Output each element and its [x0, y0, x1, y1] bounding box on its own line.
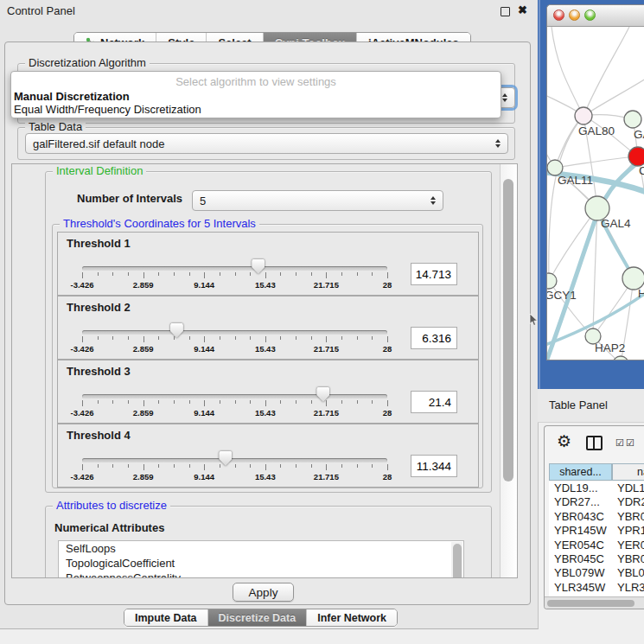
tab-impute-data[interactable]: Impute Data: [124, 609, 207, 626]
interval-definition-group: Interval Definition Number of Intervals …: [45, 171, 492, 493]
tick-label: 2.859: [133, 472, 154, 481]
tick-mark: [143, 336, 144, 342]
tick-mark: [204, 400, 205, 406]
tick-mark: [220, 336, 220, 340]
split-view-icon[interactable]: [586, 436, 603, 450]
tick-label: 9.144: [194, 408, 214, 418]
numerical-attributes-list[interactable]: SelfLoopsTopologicalCoefficientBetweenne…: [58, 540, 464, 578]
table-data-select[interactable]: galFiltered.sif default node: [25, 133, 508, 154]
table-row[interactable]: YDR27...YDR2...: [549, 495, 644, 509]
table-row[interactable]: YLR345WYLR3...: [549, 581, 644, 595]
threshold-slider-track[interactable]: [82, 330, 387, 335]
node-table-rows: YDL19...YDL1...YDR27...YDR2...YBR043CYBR…: [549, 481, 644, 596]
tick-mark: [296, 464, 296, 468]
scrollbar-thumb[interactable]: [503, 179, 513, 481]
slider-ticks: [82, 272, 387, 279]
tick-mark: [174, 400, 175, 404]
network-node-label: C: [639, 164, 644, 177]
settings-scrollpane: Interval Definition Number of Intervals …: [11, 163, 518, 578]
attribute-list-item[interactable]: BetweennessCentrality: [59, 571, 463, 578]
gear-icon[interactable]: ⚙: [557, 431, 571, 451]
attributes-group: Attributes to discretize Numerical Attri…: [45, 506, 492, 578]
tab-discretize-data[interactable]: Discretize Data: [207, 609, 307, 626]
combo-spinner-icon: [492, 137, 504, 150]
network-edge: [583, 79, 644, 116]
tick-mark: [341, 464, 342, 468]
tick-mark: [341, 272, 342, 276]
close-icon[interactable]: ✖: [518, 3, 527, 16]
network-canvas[interactable]: GAL80GACGAL11GAL4GCY1HHAP2: [547, 27, 644, 360]
table-row[interactable]: YPR145WYPR1...: [549, 524, 644, 538]
algorithm-option[interactable]: Equal Width/Frequency Discretization: [11, 103, 501, 116]
tick-mark: [143, 400, 144, 406]
scrollbar-thumb[interactable]: [547, 600, 634, 607]
zoom-traffic-light-icon[interactable]: [584, 10, 596, 21]
tick-label: 15.43: [255, 280, 276, 290]
tick-label: 15.43: [255, 472, 276, 481]
checkbox-icon[interactable]: ☑: [615, 437, 624, 449]
table-horizontal-scrollbar[interactable]: [545, 596, 644, 609]
tick-mark: [372, 464, 373, 468]
table-row[interactable]: YER054CYER0...: [549, 539, 644, 552]
attribute-list-item[interactable]: TopologicalCoefficient: [59, 556, 463, 571]
column-header-shared[interactable]: shared...: [549, 463, 612, 481]
threshold-label: Threshold 1: [67, 237, 131, 250]
number-of-intervals-select[interactable]: 5: [192, 190, 443, 211]
cyni-bottom-tabbar: Impute DataDiscretize DataInfer Network: [124, 609, 398, 627]
threshold-value-field[interactable]: [411, 455, 457, 477]
network-node-label: GAL4: [601, 217, 631, 230]
threshold-value-field[interactable]: [411, 263, 457, 285]
table-cell-shared-name: YBR043C: [549, 510, 612, 524]
tick-mark: [98, 272, 99, 276]
table-row[interactable]: YBR045CYBR0...: [549, 552, 644, 566]
apply-button[interactable]: Apply: [233, 583, 294, 602]
close-traffic-light-icon[interactable]: [553, 10, 564, 21]
algorithm-dropdown-popup: Select algorithm to view settings Manual…: [10, 71, 501, 118]
threshold-value-field[interactable]: [411, 391, 457, 413]
tick-mark: [158, 272, 159, 276]
table-cell-name: YDL1...: [612, 481, 644, 495]
network-node[interactable]: [613, 356, 628, 360]
tick-mark: [311, 272, 312, 276]
network-node[interactable]: [547, 273, 557, 289]
tick-mark: [204, 272, 205, 278]
network-node-selected[interactable]: [628, 147, 644, 166]
tick-mark: [82, 400, 83, 406]
tick-label: 21.715: [314, 344, 339, 354]
attribute-list-item[interactable]: SelfLoops: [59, 541, 463, 556]
tick-mark: [372, 336, 373, 340]
network-view-window: GAL80GACGAL11GAL4GCY1HHAP2: [538, 0, 644, 389]
threshold-slider-track[interactable]: [82, 266, 387, 271]
table-row[interactable]: YDL19...YDL1...: [549, 481, 644, 495]
interval-definition-group-title: Interval Definition: [53, 165, 146, 177]
threshold-slider-track[interactable]: [82, 458, 387, 462]
network-node-label: GA: [634, 128, 644, 141]
scrollbar-thumb[interactable]: [453, 544, 462, 578]
minimize-traffic-light-icon[interactable]: [569, 10, 580, 21]
tick-mark: [235, 272, 236, 276]
network-node[interactable]: [575, 107, 592, 124]
tick-mark: [98, 336, 99, 340]
table-row[interactable]: YBL079WYBL0...: [549, 566, 644, 580]
numerical-attributes-label: Numerical Attributes: [54, 521, 164, 534]
algorithm-option[interactable]: Manual Discretization: [11, 90, 501, 103]
tick-label: 9.144: [194, 280, 214, 290]
table-row[interactable]: YBR043CYBR0...: [549, 510, 644, 524]
attributes-list-scrollbar[interactable]: [451, 542, 462, 578]
slider-ticks: [82, 336, 387, 343]
tick-mark: [128, 272, 129, 276]
threshold-label: Threshold 4: [67, 429, 131, 442]
threshold-value-field[interactable]: [411, 327, 457, 349]
float-window-icon[interactable]: [501, 7, 510, 16]
slider-tick-labels: -3.4262.8599.14415.4321.71528: [82, 280, 387, 290]
checkbox-icon[interactable]: ☑: [626, 437, 634, 449]
tick-mark: [220, 272, 220, 276]
tab-label: Infer Network: [317, 612, 386, 624]
network-node[interactable]: [624, 111, 641, 128]
tick-mark: [174, 464, 175, 468]
network-edge: [552, 27, 583, 116]
settings-vertical-scrollbar[interactable]: [500, 164, 517, 577]
threshold-slider-track[interactable]: [82, 394, 387, 399]
column-header-name[interactable]: na: [612, 463, 644, 481]
tab-infer-network[interactable]: Infer Network: [306, 609, 397, 626]
